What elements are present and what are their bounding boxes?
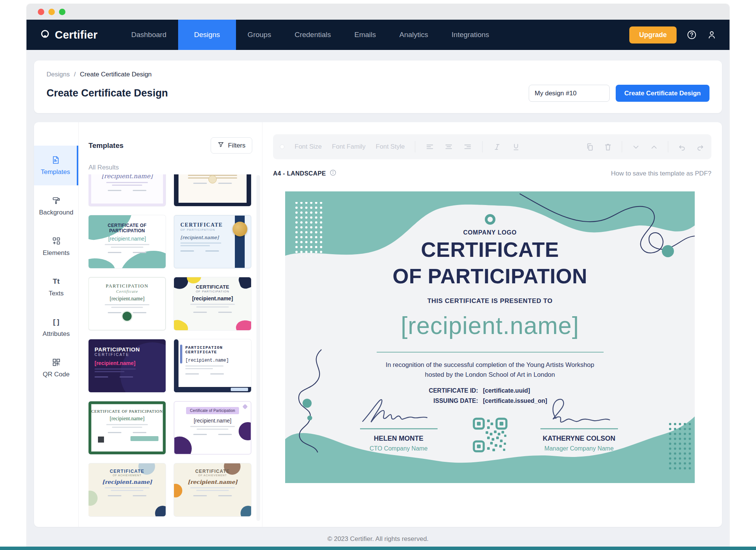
signature-left[interactable]: HELEN MONTE CTO Company Name (355, 396, 442, 452)
info-icon[interactable] (329, 169, 337, 178)
certificate-title-line1[interactable]: CERTIFICATE (285, 238, 695, 262)
templates-panel: Templates Filters All Results [recipient… (79, 122, 262, 527)
company-logo-label[interactable]: COMPANY LOGO (285, 229, 695, 236)
template-thumbnail-1[interactable]: [recipient.name] (88, 174, 166, 206)
certificate-title-line2[interactable]: OF PARTICIPATION (285, 264, 695, 288)
font-size-control[interactable]: Font Size (295, 143, 322, 151)
toolbar-divider (668, 141, 668, 152)
templates-panel-title: Templates (88, 141, 124, 150)
elements-icon (52, 236, 61, 246)
template-thumbnail-10[interactable]: Certificate of Participation [recipient.… (174, 401, 251, 454)
nav-item-analytics[interactable]: Analytics (388, 20, 440, 50)
move-up-icon[interactable] (650, 143, 658, 151)
template-thumbnail-3[interactable]: CERTIFICATE OF PARTICIPATION [recipient.… (88, 215, 166, 268)
recipient-underline (377, 352, 604, 353)
top-navbar: Certifier DashboardDesignsGroupsCredenti… (26, 20, 730, 50)
signature-line (360, 428, 438, 429)
certificate-canvas[interactable]: COMPANY LOGO CERTIFICATE OF PARTICIPATIO… (285, 191, 695, 483)
app-body: Designs / Create Certificate Design Crea… (26, 50, 730, 547)
align-left-icon[interactable] (425, 143, 434, 151)
certificate-qr-code[interactable] (473, 418, 508, 452)
signature-right[interactable]: KATHERYNE COLSON Manager Company Name (536, 396, 622, 452)
create-certificate-design-button[interactable]: Create Certificate Design (616, 85, 709, 102)
sidebar-item-background[interactable]: Background (34, 186, 78, 226)
nav-item-emails[interactable]: Emails (343, 20, 388, 50)
templates-list: [recipient.name] CERTIFICATE OF PARTICIP… (88, 174, 255, 522)
template-thumbnail-11[interactable]: CERTIFICATE OF ACHIEVEMENT [recipient.na… (88, 463, 166, 516)
close-window-icon[interactable] (38, 9, 44, 15)
sidebar-item-elements[interactable]: Elements (34, 227, 78, 266)
help-icon[interactable] (687, 30, 697, 40)
certificate-description[interactable]: In recognition of the successful complet… (285, 360, 695, 380)
template-thumbnail-7[interactable]: PARTICIPATION CERTIFICATE [recipient.nam… (88, 339, 166, 392)
signer-name: HELEN MONTE (355, 435, 442, 443)
sidebar-item-templates[interactable]: Templates (34, 146, 78, 185)
filters-button[interactable]: Filters (211, 137, 252, 154)
template-thumbnail-12[interactable]: CERTIFICATE OF ACHIEVEMENT [recipient.na… (174, 463, 251, 516)
nav-item-dashboard[interactable]: Dashboard (120, 20, 178, 50)
toolbar-divider (622, 141, 622, 152)
nav-right: Upgrade (629, 20, 717, 50)
certificate-meta[interactable]: CERTIFICATE ID: [certificate.uuid] ISSUI… (285, 387, 695, 408)
maximize-window-icon[interactable] (59, 9, 65, 15)
page-title: Create Certificate Design (47, 87, 168, 99)
left-rail: Templates Background Elements Tt Texts [… (34, 122, 79, 527)
template-thumbnail-4[interactable]: CERTIFICATE OF PARTICIPATION [recipient.… (174, 215, 251, 268)
company-logo-icon[interactable] (485, 214, 495, 225)
template-thumbnail-8[interactable]: PARTICIPATION CERTIFICATE [recipient.nam… (174, 339, 251, 392)
align-right-icon[interactable] (463, 143, 472, 151)
footer-copyright: © 2023 Certifier. All rights reserved. (26, 535, 730, 543)
certificate-id-label: CERTIFICATE ID: (410, 387, 478, 394)
template-thumbnail-2[interactable] (174, 174, 251, 206)
sidebar-item-attributes[interactable]: [ ] Attributes (34, 308, 78, 347)
undo-icon[interactable] (678, 143, 686, 151)
editor-card: Templates Background Elements Tt Texts [… (34, 122, 722, 527)
nav-item-designs[interactable]: Designs (178, 20, 236, 50)
delete-icon[interactable] (604, 143, 612, 151)
underline-icon[interactable] (512, 143, 520, 151)
canvas-format-label: A4 - LANDSCAPE (273, 169, 337, 178)
templates-icon (51, 155, 60, 165)
nav-item-groups[interactable]: Groups (236, 20, 283, 50)
signature-line (540, 428, 618, 429)
window-titlebar (26, 4, 730, 20)
template-thumbnail-5[interactable]: PARTICIPATION Certificate [recipient.nam… (88, 277, 166, 330)
breadcrumb: Designs / Create Certificate Design (47, 71, 709, 78)
filter-funnel-icon (217, 141, 224, 150)
template-thumbnail-9[interactable]: CERTIFICATE OF PARTICIPATION [recipient.… (88, 401, 166, 454)
presented-to-label[interactable]: THIS CERTIFICATE IS PRESENTED TO (285, 297, 695, 305)
move-down-icon[interactable] (632, 143, 640, 151)
templates-scrollbar[interactable] (256, 175, 260, 521)
toolbar-divider (415, 141, 415, 152)
nav-item-credentials[interactable]: Credentials (283, 20, 343, 50)
duplicate-icon[interactable] (585, 143, 594, 151)
nav-items: DashboardDesignsGroupsCredentialsEmailsA… (120, 20, 501, 50)
color-swatch[interactable] (280, 144, 284, 149)
recipient-name-placeholder[interactable]: [recipient.name] (285, 312, 695, 340)
pdf-help-link[interactable]: How to save this template as PDF? (611, 170, 711, 177)
sidebar-item-texts[interactable]: Tt Texts (34, 267, 78, 307)
font-family-control[interactable]: Font Family (332, 143, 366, 151)
brand[interactable]: Certifier (39, 20, 98, 50)
sidebar-item-qr-code[interactable]: QR Code (34, 348, 78, 388)
signer-role: Manager Company Name (536, 445, 622, 452)
signer-role: CTO Company Name (355, 445, 442, 452)
italic-icon[interactable] (493, 143, 501, 151)
redo-icon[interactable] (696, 143, 705, 151)
design-name-input[interactable] (529, 85, 610, 102)
editor-toolbar: Font Size Font Family Font Style (273, 134, 711, 159)
breadcrumb-current: Create Certificate Design (80, 71, 152, 78)
nav-item-integrations[interactable]: Integrations (440, 20, 501, 50)
brand-name: Certifier (55, 29, 98, 41)
signature-left-scribble (359, 396, 438, 426)
background-icon (52, 196, 61, 205)
template-thumbnail-6[interactable]: CERTIFICATE OF PARTICIPATION [recipient.… (174, 277, 251, 330)
minimize-window-icon[interactable] (48, 9, 55, 15)
align-center-icon[interactable] (444, 143, 453, 151)
breadcrumb-designs[interactable]: Designs (47, 71, 70, 78)
upgrade-button[interactable]: Upgrade (629, 26, 677, 44)
app-window: Certifier DashboardDesignsGroupsCredenti… (26, 4, 730, 547)
font-style-control[interactable]: Font Style (376, 143, 405, 151)
toolbar-divider (482, 141, 483, 152)
account-icon[interactable] (707, 30, 717, 40)
